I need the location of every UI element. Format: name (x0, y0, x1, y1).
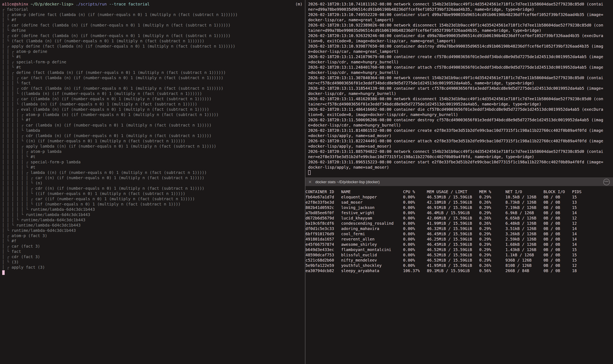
prompt-command: ./scripts/run (76, 2, 107, 6)
docker-event-line: 2026-02-18T20:13:11.814861532-08:00 cont… (308, 128, 603, 139)
trace-text: special-form-p lambda (31, 160, 81, 164)
trace-text: runtime/lambda-6d4c3dc1b443 (12, 228, 76, 233)
tree-guide: │ ┌ (2, 33, 12, 38)
trace-line: │ │ │ │ ┌ atom-p (lambda (n) (if (number… (2, 112, 305, 117)
tree-guide: │ │ │ │ ┌ (2, 112, 26, 117)
trace-text: ((lambda (n) (if (number-equals n 0) 1 (… (21, 91, 202, 96)
trace-line: │ └ (fact (lambda (n) (if (number-equals… (2, 39, 305, 44)
trace-text: car ((n) (if (number-equals n 0) 1 (mult… (35, 176, 204, 180)
trace-text: (if (number-equals n 0) 1 (multiply n (f… (35, 202, 181, 207)
tree-guide: │ ┌ (2, 234, 12, 238)
trace-line: │ ┌ car (fact 3) (2, 244, 305, 249)
prompt-args: --trace factorial (109, 2, 150, 6)
trace-line: │ │ │ │ └ runtime/lambda-6d4c3dc1b443 (2, 212, 305, 217)
stats-row: 5e9bfa122e59 youthful_shockley 0.00% 41.… (306, 263, 613, 268)
right-cursor-row (308, 170, 613, 175)
tree-guide: │ │ │ │ │ └ (2, 165, 31, 170)
stats-row: b649d3e433ec flamboyant_montalcini 0.00%… (306, 247, 613, 252)
stats-row: 802b41d0592c loving_jackson 0.00% 46.91M… (306, 205, 613, 210)
trace-text: #t (16, 54, 21, 59)
docker-event-line: 2026-02-18T20:13:10.926329246-08:00 cont… (308, 33, 603, 44)
tree-guide: │ │ │ ┌ (2, 107, 21, 112)
stats-row: df0d1c5e3c33 adoring_mahavira 0.00% 46.3… (306, 226, 613, 231)
trace-line: │ ┌ atom-p (fact 3) (2, 233, 305, 238)
tree-guide: │ └ (2, 249, 12, 254)
tree-guide: │ │ │ │ ┌ (2, 144, 26, 149)
trace-text: atom-p lambda (31, 149, 62, 154)
trace-line: │ └ #f (2, 17, 305, 23)
trace-text: car (fact (lambda (n) (if (number-equals… (21, 76, 223, 80)
stats-titlebar[interactable]: ✕ docker stats ~/D/p/docker-lisp (docker… (306, 178, 613, 186)
tree-guide: │ │ ┌ (2, 70, 16, 75)
trace-text: apply fact (3) (12, 265, 45, 270)
trace-text: #f (12, 239, 16, 243)
trace-line: │ │ │ │ │ │ └ (if (number-equals n 0) 1 … (2, 202, 305, 207)
trace-line: │ │ │ │ │ │ ┌ car ((if (number-equals n … (2, 196, 305, 202)
trace-line: │ │ │ └ runtime/lambda-6d4c3dc1b443 (2, 217, 305, 223)
trace-text: runtime/lambda-6d4c3dc1b443 (31, 207, 95, 212)
close-icon[interactable]: ✕ (308, 180, 312, 184)
trace-line: │ │ │ ┌ cdr (fact (lambda (n) (if (numbe… (2, 86, 305, 91)
pane-mode-indicator: (m) (284, 2, 302, 7)
trace-line: │ │ │ └ (lambda (n) (if (number-equals n… (2, 102, 305, 107)
trace-terminal-pane[interactable]: a11ce@shinx ~/D/p/docker-lisp> ./scripts… (0, 0, 305, 364)
tree-guide: │ ┌ (2, 244, 12, 249)
trace-text: ((n) (if (number-equals n 0) 1 (multiply… (26, 139, 185, 143)
tree-guide: │ │ └ (2, 54, 16, 59)
tree-guide: │ ┌ (2, 12, 12, 17)
left-cursor-row (2, 270, 305, 275)
trace-line: │ │ │ └ ((lambda (n) (if (number-equals … (2, 91, 305, 96)
trace-line: │ │ │ │ │ └ #t (2, 165, 305, 170)
trace-line: │ │ │ ┌ eval (lambda (n) (if (number-equ… (2, 107, 305, 112)
stats-row: ea30794dcb82 sleepy_aryabhata 106.37% 89… (306, 268, 613, 273)
tmux-screen: a11ce@shinx ~/D/p/docker-lisp> ./scripts… (0, 0, 613, 364)
trace-text: atom-p (fact 3) (12, 234, 47, 238)
trace-line: │ ┌ car (define fact (lambda (n) (if (nu… (2, 23, 305, 28)
tree-guide: │ │ │ ┌ (2, 86, 21, 91)
trace-text: (3) (12, 260, 19, 264)
stats-row: a7bd85ee6f0f festive_wright 0.00% 46.4Mi… (306, 210, 613, 216)
trace-text: special-form-p define (16, 60, 66, 64)
tree-guide: │ └ (2, 28, 12, 33)
tree-guide: │ └ (2, 18, 12, 22)
docker-event-line: 2026-02-18T20:13:10.741811162-08:00 netw… (308, 2, 603, 12)
docker-event-line: 2026-02-18T20:13:10.749552220-08:00 cont… (308, 12, 603, 23)
trace-line: │ │ └ #t (2, 54, 305, 60)
ellipsis-menu-icon[interactable]: ••• (603, 179, 610, 185)
docker-event-line: 2026-02-18T20:13:11.248401760-08:00 cont… (308, 65, 603, 75)
trace-text: atom-p define (16, 49, 47, 54)
stats-row: d672b6d5679d lucid_khayyam 0.00% 42.06Mi… (306, 216, 613, 221)
stats-row: 48590dcaf753 blissful_euclid 0.00% 46.52… (306, 252, 613, 258)
trace-text: car ((lambda (n) (if (number-equals n 0)… (21, 97, 211, 101)
trace-text: #f (26, 118, 30, 122)
stats-row: 6bff910176d9 cool_fermi 0.00% 46.45MiB /… (306, 231, 613, 237)
trace-line: │ │ │ │ │ └ runtime/lambda-6d4c3dc1b443 (2, 207, 305, 212)
trace-line: │ ┌ apply define (fact (lambda (n) (if (… (2, 44, 305, 49)
trace-line: │ │ │ │ │ ┌ special-form-p lambda (2, 159, 305, 165)
tree-guide: │ └ (2, 228, 12, 233)
trace-line: │ │ │ │ │ ┌ atom-p lambda (2, 149, 305, 154)
trace-line: │ │ ┌ special-form-p define (2, 60, 305, 65)
docker-event-line: 2026-02-18T20:13:11.241079679-08:00 cont… (308, 54, 603, 65)
tree-guide: │ │ └ (2, 65, 16, 70)
tree-guide: │ │ └ (2, 223, 16, 228)
docker-event-line: 2026-02-18T20:13:11.822244491-08:00 cont… (308, 139, 603, 149)
prompt-path: ~/D/p/docker-lisp> (31, 2, 73, 6)
tree-guide: │ │ │ └ (2, 102, 21, 106)
trace-line: │ │ ┌ define (fact (lambda (n) (if (numb… (2, 70, 305, 75)
inactive-terminal-cursor (308, 170, 311, 175)
tree-guide: │ │ │ └ (2, 81, 21, 85)
trace-text: (n) (35, 181, 42, 185)
tree-guide: │ ┌ (2, 254, 12, 259)
trace-text: lambda ((n) (if (number-equals n 0) 1 (m… (31, 170, 207, 175)
trace-text: car (fact 3) (12, 244, 40, 249)
tree-guide: │ │ │ │ └ (2, 128, 26, 133)
trace-line: │ │ │ │ │ │ └ ((if (number-equals n 0) 1… (2, 191, 305, 196)
stats-row: c521c68d2b60 nifty_mendeleev 0.00% 46.52… (306, 258, 613, 263)
trace-line: │ │ │ │ └ lambda (2, 128, 305, 133)
trace-text: cdr ((n) (if (number-equals n 0) 1 (mult… (35, 186, 204, 191)
trace-text: (fact (lambda (n) (if (number-equals n 0… (12, 39, 204, 43)
tree-guide: │ │ │ │ └ (2, 118, 26, 122)
trace-text: car (define fact (lambda (n) (if (number… (12, 23, 230, 27)
trace-line: │ │ │ │ │ │ ┌ car ((n) (if (number-equal… (2, 175, 305, 181)
